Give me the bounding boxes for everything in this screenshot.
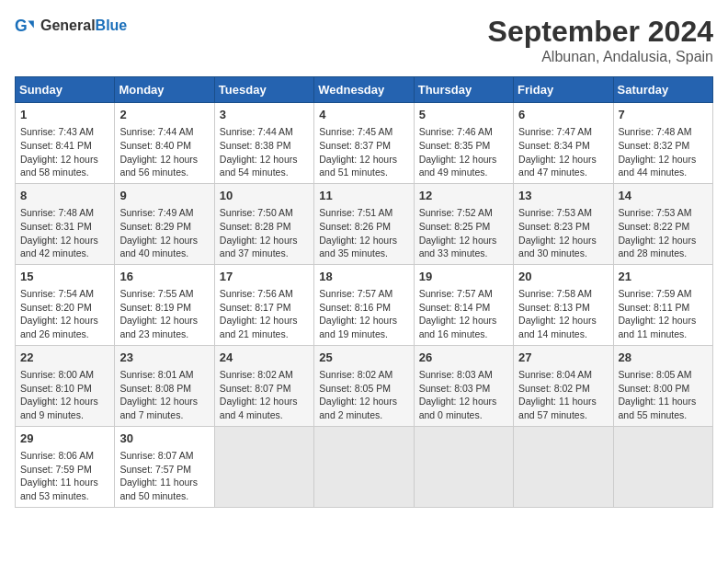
table-row: 29Sunrise: 8:06 AMSunset: 7:59 PMDayligh… xyxy=(16,426,115,507)
sunset-text: Sunset: 8:29 PM xyxy=(119,221,191,232)
sunrise-text: Sunrise: 7:58 AM xyxy=(518,288,592,299)
daylight-text: Daylight: 12 hours and 35 minutes. xyxy=(319,235,397,259)
table-row: 4Sunrise: 7:45 AMSunset: 8:37 PMDaylight… xyxy=(314,103,414,184)
day-number: 23 xyxy=(119,350,209,366)
sunrise-text: Sunrise: 7:45 AM xyxy=(319,126,392,137)
sunrise-text: Sunrise: 7:57 AM xyxy=(319,288,392,299)
day-number: 8 xyxy=(20,188,109,204)
table-row: 17Sunrise: 7:56 AMSunset: 8:17 PMDayligh… xyxy=(214,264,313,345)
sunrise-text: Sunrise: 7:50 AM xyxy=(220,207,293,218)
day-number: 11 xyxy=(319,188,408,204)
day-number: 27 xyxy=(518,350,608,366)
sunrise-text: Sunrise: 7:44 AM xyxy=(119,126,193,137)
sunrise-text: Sunrise: 7:55 AM xyxy=(119,288,193,299)
day-number: 13 xyxy=(518,188,608,204)
table-row: 1Sunrise: 7:43 AMSunset: 8:41 PMDaylight… xyxy=(16,103,115,184)
day-number: 10 xyxy=(220,188,309,204)
sunrise-text: Sunrise: 7:43 AM xyxy=(20,126,94,137)
day-number: 4 xyxy=(319,107,408,123)
table-row: 12Sunrise: 7:52 AMSunset: 8:25 PMDayligh… xyxy=(414,183,513,264)
daylight-text: Daylight: 12 hours and 23 minutes. xyxy=(119,315,198,339)
sunset-text: Sunset: 8:10 PM xyxy=(20,383,92,394)
sunset-text: Sunset: 8:26 PM xyxy=(319,221,391,232)
sunrise-text: Sunrise: 8:01 AM xyxy=(119,369,193,380)
sunset-text: Sunset: 7:59 PM xyxy=(20,464,92,475)
table-row: 30Sunrise: 8:07 AMSunset: 7:57 PMDayligh… xyxy=(115,426,214,507)
table-row: 18Sunrise: 7:57 AMSunset: 8:16 PMDayligh… xyxy=(314,264,414,345)
daylight-text: Daylight: 12 hours and 19 minutes. xyxy=(319,315,397,339)
sunrise-text: Sunrise: 7:46 AM xyxy=(419,126,493,137)
daylight-text: Daylight: 12 hours and 44 minutes. xyxy=(619,154,697,178)
sunset-text: Sunset: 8:40 PM xyxy=(119,140,191,151)
day-number: 26 xyxy=(419,350,508,366)
day-number: 1 xyxy=(20,107,109,123)
sunrise-text: Sunrise: 7:56 AM xyxy=(220,288,293,299)
sunrise-text: Sunrise: 7:54 AM xyxy=(20,288,94,299)
sunrise-text: Sunrise: 7:53 AM xyxy=(518,207,592,218)
daylight-text: Daylight: 12 hours and 56 minutes. xyxy=(119,154,198,178)
sunset-text: Sunset: 8:08 PM xyxy=(119,383,191,394)
table-row: 2Sunrise: 7:44 AMSunset: 8:40 PMDaylight… xyxy=(115,103,214,184)
sunrise-text: Sunrise: 7:53 AM xyxy=(619,207,692,218)
sunset-text: Sunset: 8:41 PM xyxy=(20,140,92,151)
table-row: 25Sunrise: 8:02 AMSunset: 8:05 PMDayligh… xyxy=(314,345,414,426)
sunset-text: Sunset: 8:28 PM xyxy=(220,221,291,232)
table-row xyxy=(613,426,712,507)
day-number: 19 xyxy=(419,269,508,285)
day-number: 17 xyxy=(220,269,309,285)
header-thursday: Thursday xyxy=(414,77,513,103)
daylight-text: Daylight: 12 hours and 9 minutes. xyxy=(20,396,98,420)
sunset-text: Sunset: 8:38 PM xyxy=(220,140,291,151)
table-row: 21Sunrise: 7:59 AMSunset: 8:11 PMDayligh… xyxy=(613,264,712,345)
sunset-text: Sunset: 8:32 PM xyxy=(619,140,690,151)
daylight-text: Daylight: 12 hours and 28 minutes. xyxy=(619,235,697,259)
page-header: G GeneralBlue September 2024 Albunan, An… xyxy=(15,15,713,65)
day-number: 12 xyxy=(419,188,508,204)
header-friday: Friday xyxy=(514,77,613,103)
day-number: 3 xyxy=(220,107,309,123)
sunset-text: Sunset: 7:57 PM xyxy=(119,464,191,475)
day-number: 30 xyxy=(119,431,209,447)
title-block: September 2024 Albunan, Andalusia, Spain xyxy=(488,15,713,65)
sunrise-text: Sunrise: 8:02 AM xyxy=(220,369,293,380)
day-number: 9 xyxy=(119,188,209,204)
sunrise-text: Sunrise: 8:06 AM xyxy=(20,450,94,461)
daylight-text: Daylight: 12 hours and 54 minutes. xyxy=(220,154,298,178)
sunset-text: Sunset: 8:05 PM xyxy=(319,383,391,394)
table-row: 6Sunrise: 7:47 AMSunset: 8:34 PMDaylight… xyxy=(514,103,613,184)
table-row xyxy=(314,426,414,507)
daylight-text: Daylight: 12 hours and 30 minutes. xyxy=(518,235,597,259)
daylight-text: Daylight: 12 hours and 40 minutes. xyxy=(119,235,198,259)
sunrise-text: Sunrise: 8:04 AM xyxy=(518,369,592,380)
table-row: 22Sunrise: 8:00 AMSunset: 8:10 PMDayligh… xyxy=(16,345,115,426)
calendar-week-row: 8Sunrise: 7:48 AMSunset: 8:31 PMDaylight… xyxy=(16,183,713,264)
header-sunday: Sunday xyxy=(16,77,115,103)
table-row xyxy=(214,426,313,507)
table-row: 19Sunrise: 7:57 AMSunset: 8:14 PMDayligh… xyxy=(414,264,513,345)
header-saturday: Saturday xyxy=(613,77,712,103)
table-row: 26Sunrise: 8:03 AMSunset: 8:03 PMDayligh… xyxy=(414,345,513,426)
day-number: 15 xyxy=(20,269,109,285)
sunset-text: Sunset: 8:00 PM xyxy=(619,383,690,394)
sunset-text: Sunset: 8:14 PM xyxy=(419,302,491,313)
logo: G GeneralBlue xyxy=(15,15,127,37)
calendar-week-row: 1Sunrise: 7:43 AMSunset: 8:41 PMDaylight… xyxy=(16,103,713,184)
sunrise-text: Sunrise: 8:00 AM xyxy=(20,369,94,380)
sunset-text: Sunset: 8:02 PM xyxy=(518,383,590,394)
header-tuesday: Tuesday xyxy=(214,77,313,103)
sunset-text: Sunset: 8:22 PM xyxy=(619,221,690,232)
sunset-text: Sunset: 8:11 PM xyxy=(619,302,690,313)
daylight-text: Daylight: 12 hours and 47 minutes. xyxy=(518,154,597,178)
table-row: 8Sunrise: 7:48 AMSunset: 8:31 PMDaylight… xyxy=(16,183,115,264)
sunrise-text: Sunrise: 8:02 AM xyxy=(319,369,392,380)
table-row xyxy=(514,426,613,507)
svg-text:G: G xyxy=(15,17,28,35)
table-row: 3Sunrise: 7:44 AMSunset: 8:38 PMDaylight… xyxy=(214,103,313,184)
daylight-text: Daylight: 12 hours and 2 minutes. xyxy=(319,396,397,420)
table-row: 9Sunrise: 7:49 AMSunset: 8:29 PMDaylight… xyxy=(115,183,214,264)
table-row: 14Sunrise: 7:53 AMSunset: 8:22 PMDayligh… xyxy=(613,183,712,264)
table-row: 16Sunrise: 7:55 AMSunset: 8:19 PMDayligh… xyxy=(115,264,214,345)
daylight-text: Daylight: 11 hours and 50 minutes. xyxy=(119,477,198,501)
day-number: 22 xyxy=(20,350,109,366)
day-number: 7 xyxy=(619,107,708,123)
